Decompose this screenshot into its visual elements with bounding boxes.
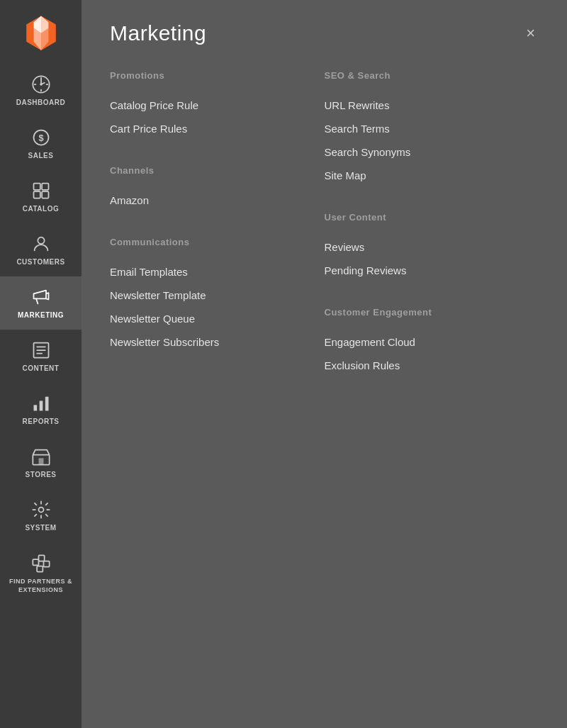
right-column: SEO & Search URL Rewrites Search Terms S… — [325, 70, 539, 402]
customer-engagement-section: Customer Engagement Engagement Cloud Exc… — [325, 307, 525, 377]
sidebar-item-sales[interactable]: $ SALES — [0, 117, 82, 170]
newsletter-subscribers-link[interactable]: Newsletter Subscribers — [110, 330, 310, 354]
amazon-link[interactable]: Amazon — [110, 189, 310, 212]
email-templates-link[interactable]: Email Templates — [110, 260, 310, 284]
svg-rect-20 — [45, 397, 48, 411]
svg-rect-25 — [38, 556, 44, 561]
user-content-section: User Content Reviews Pending Reviews — [325, 212, 525, 282]
sidebar-item-sales-label: SALES — [28, 152, 54, 159]
svg-rect-11 — [33, 191, 40, 198]
communications-heading: Communications — [110, 237, 310, 247]
sidebar-item-system[interactable]: SYSTEM — [0, 489, 82, 542]
channels-heading: Channels — [110, 165, 310, 176]
svg-point-23 — [38, 508, 43, 513]
svg-point-6 — [40, 83, 43, 86]
main-content: Marketing × Promotions Catalog Price Rul… — [82, 0, 567, 728]
sidebar-item-customers-label: CUSTOMERS — [16, 258, 64, 266]
catalog-price-rule-link[interactable]: Catalog Price Rule — [110, 94, 310, 117]
sales-icon: $ — [31, 128, 51, 147]
search-synonyms-link[interactable]: Search Synonyms — [325, 140, 525, 164]
svg-rect-19 — [39, 401, 43, 411]
sidebar-item-stores-label: STORES — [26, 471, 57, 478]
sidebar-item-reports[interactable]: REPORTS — [0, 383, 82, 436]
cart-price-rules-link[interactable]: Cart Price Rules — [110, 117, 310, 140]
svg-rect-12 — [42, 191, 48, 198]
sidebar-item-catalog-label: CATALOG — [23, 205, 59, 213]
search-terms-link[interactable]: Search Terms — [325, 117, 525, 140]
svg-rect-26 — [43, 561, 49, 567]
sidebar-item-marketing[interactable]: MARKETING — [0, 276, 82, 330]
sidebar-item-find-partners-label: FIND PARTNERS & EXTENSIONS — [4, 578, 78, 594]
sidebar-item-find-partners[interactable]: FIND PARTNERS & EXTENSIONS — [0, 542, 82, 606]
panel-title: Marketing — [110, 21, 206, 45]
exclusion-rules-link[interactable]: Exclusion Rules — [325, 354, 525, 377]
svg-point-13 — [38, 237, 44, 244]
communications-section: Communications Email Templates Newslette… — [110, 237, 310, 354]
dashboard-icon — [31, 74, 51, 94]
sidebar-item-dashboard[interactable]: DASHBOARD — [0, 64, 82, 117]
channels-section: Channels Amazon — [110, 165, 310, 212]
seo-search-heading: SEO & Search — [325, 70, 525, 81]
magento-logo-icon — [23, 13, 60, 50]
svg-rect-27 — [37, 566, 43, 572]
sidebar-item-reports-label: REPORTS — [23, 418, 60, 425]
left-column: Promotions Catalog Price Rule Cart Price… — [110, 70, 325, 402]
sidebar-item-catalog[interactable]: CATALOG — [0, 170, 82, 223]
sidebar: DASHBOARD $ SALES CATALOG CUSTOMERS — [0, 0, 82, 728]
promotions-heading: Promotions — [110, 70, 310, 81]
customers-icon — [31, 234, 51, 254]
reviews-link[interactable]: Reviews — [325, 235, 525, 259]
site-map-link[interactable]: Site Map — [325, 164, 525, 187]
sidebar-item-marketing-label: MARKETING — [18, 311, 64, 319]
sidebar-item-stores[interactable]: STORES — [0, 436, 82, 489]
newsletter-template-link[interactable]: Newsletter Template — [110, 284, 310, 307]
sidebar-item-dashboard-label: DASHBOARD — [16, 99, 66, 106]
svg-rect-24 — [33, 559, 38, 565]
content-icon — [31, 340, 51, 360]
catalog-icon — [31, 181, 51, 201]
svg-rect-18 — [33, 405, 37, 410]
customer-engagement-heading: Customer Engagement — [325, 307, 525, 318]
pending-reviews-link[interactable]: Pending Reviews — [325, 259, 525, 282]
sidebar-item-content-label: CONTENT — [23, 364, 60, 372]
url-rewrites-link[interactable]: URL Rewrites — [325, 94, 525, 117]
svg-rect-9 — [33, 184, 40, 190]
sidebar-item-system-label: SYSTEM — [25, 524, 56, 532]
seo-search-section: SEO & Search URL Rewrites Search Terms S… — [325, 70, 525, 187]
system-icon — [31, 500, 51, 520]
engagement-cloud-link[interactable]: Engagement Cloud — [325, 330, 525, 354]
svg-rect-22 — [38, 458, 43, 464]
menu-columns: Promotions Catalog Price Rule Cart Price… — [110, 70, 539, 402]
sidebar-logo — [0, 0, 82, 64]
stores-icon — [31, 447, 51, 466]
marketing-panel: Marketing × Promotions Catalog Price Rul… — [82, 0, 567, 728]
user-content-heading: User Content — [325, 212, 525, 223]
reports-icon — [31, 393, 51, 413]
marketing-icon — [31, 287, 51, 307]
newsletter-queue-link[interactable]: Newsletter Queue — [110, 307, 310, 330]
sidebar-item-customers[interactable]: CUSTOMERS — [0, 223, 82, 276]
sidebar-item-content[interactable]: CONTENT — [0, 330, 82, 383]
close-button[interactable]: × — [522, 22, 539, 45]
panel-header: Marketing × — [110, 21, 539, 45]
svg-rect-10 — [42, 184, 48, 190]
extensions-icon — [31, 554, 51, 573]
svg-text:$: $ — [38, 133, 43, 143]
promotions-section: Promotions Catalog Price Rule Cart Price… — [110, 70, 310, 140]
